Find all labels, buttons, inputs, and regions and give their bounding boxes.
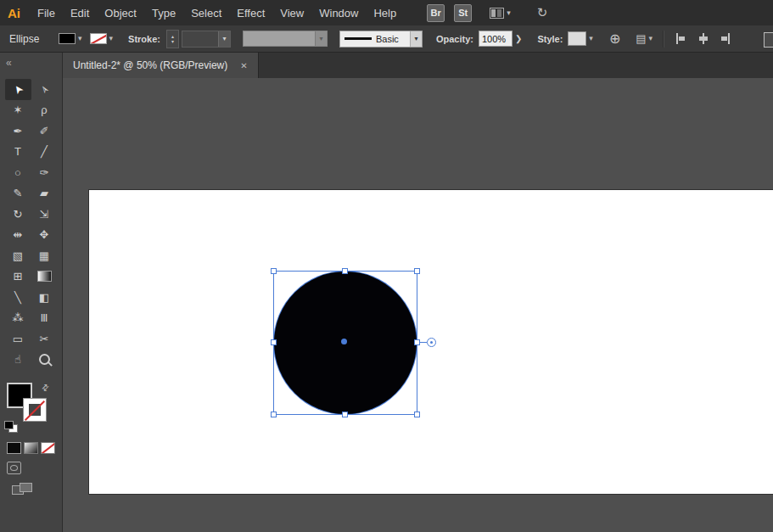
menu-edit[interactable]: Edit: [63, 7, 97, 20]
canvas[interactable]: [63, 78, 773, 532]
document-tab-bar: Untitled-2* @ 50% (RGB/Preview) ✕: [63, 53, 773, 79]
ellipse-tool[interactable]: ○: [5, 162, 31, 183]
document-setup-button[interactable]: ▤ ▾: [636, 32, 653, 45]
column-graph-icon: Ⅲ: [41, 311, 48, 324]
stroke-color-control[interactable]: ▾: [90, 33, 114, 44]
tab-close-icon[interactable]: ✕: [240, 61, 247, 70]
selection-handle-nw[interactable]: [271, 268, 277, 274]
stroke-weight-stepper[interactable]: ▴ ▾: [166, 30, 179, 48]
free-transform-icon: ✥: [40, 228, 49, 241]
opacity-slider-icon[interactable]: ❯: [515, 34, 522, 43]
stroke-none-swatch[interactable]: [23, 398, 47, 422]
screen-mode-button[interactable]: [12, 483, 32, 495]
align-left-button[interactable]: [675, 33, 686, 44]
workspace-switcher-button[interactable]: ▾: [490, 8, 511, 19]
type-tool[interactable]: T: [5, 142, 31, 163]
symbol-sprayer-tool[interactable]: ⁂: [5, 308, 31, 329]
paintbrush-tool[interactable]: ✑: [31, 162, 58, 183]
width-tool[interactable]: ⇹: [5, 225, 31, 246]
menu-help[interactable]: Help: [366, 7, 404, 20]
selection-handle-sw[interactable]: [271, 412, 277, 417]
mesh-tool[interactable]: ⊞: [5, 266, 31, 288]
center-point-handle[interactable]: [341, 339, 347, 344]
selection-handle-se[interactable]: [414, 412, 420, 417]
chevron-down-icon[interactable]: ▾: [78, 35, 82, 42]
rotate-tool[interactable]: ↻: [5, 204, 31, 225]
curvature-icon: ✐: [40, 125, 49, 137]
stroke-style-dropdown[interactable]: Basic ▾: [339, 31, 423, 48]
curvature-tool[interactable]: ✐: [31, 120, 58, 142]
pencil-tool[interactable]: ✎: [5, 183, 31, 204]
lasso-icon: ρ: [41, 104, 47, 116]
scale-tool[interactable]: ⇲: [31, 204, 58, 225]
lasso-tool[interactable]: ρ: [31, 100, 58, 121]
menu-type[interactable]: Type: [144, 7, 183, 20]
stock-button[interactable]: St: [454, 4, 472, 22]
globe-icon[interactable]: ⊕: [609, 31, 620, 47]
menu-bar: Ai File Edit Object Type Select Effect V…: [0, 0, 773, 26]
default-fill-stroke-icon[interactable]: [4, 421, 17, 432]
blend-icon: ◧: [39, 291, 49, 304]
chevron-down-icon[interactable]: ▾: [109, 35, 114, 42]
artboard-tool[interactable]: ▭: [5, 328, 31, 350]
chevron-down-icon[interactable]: ▾: [649, 35, 653, 42]
magic-wand-tool[interactable]: ✶: [5, 100, 31, 121]
menu-effect[interactable]: Effect: [229, 7, 272, 20]
fill-color-control[interactable]: ▾: [59, 33, 82, 44]
magic-wand-icon: ✶: [14, 104, 23, 116]
chevron-down-icon[interactable]: ▾: [218, 31, 230, 47]
width-profile-dropdown: ▾: [243, 31, 328, 47]
menu-view[interactable]: View: [272, 7, 311, 20]
align-buttons: [675, 33, 731, 44]
pencil-icon: ✎: [14, 187, 23, 199]
align-center-button[interactable]: [697, 33, 709, 44]
selection-handle-n[interactable]: [342, 268, 348, 274]
bridge-button[interactable]: Br: [427, 4, 445, 22]
blend-tool[interactable]: ◧: [31, 287, 58, 308]
menu-select[interactable]: Select: [183, 7, 229, 20]
column-graph-tool[interactable]: Ⅲ: [31, 308, 58, 329]
selection-handle-w[interactable]: [271, 339, 277, 345]
color-button[interactable]: [7, 442, 21, 454]
menu-object[interactable]: Object: [97, 7, 144, 20]
line-segment-tool[interactable]: ╱: [31, 142, 58, 163]
none-button[interactable]: [41, 442, 55, 454]
gradient-button[interactable]: [24, 442, 38, 454]
align-right-button[interactable]: [720, 33, 731, 44]
stepper-down-icon[interactable]: ▾: [171, 39, 174, 44]
control-bar: Ellipse ▾ ▾ Stroke: ▴ ▾ ▾ ▾ Basic ▾ Opac…: [0, 25, 773, 53]
tools-grid: ➤ ➢ ✶ ρ ✒ ✐ T ╱ ○ ✑ ✎ ▰ ↻ ⇲ ⇹ ✥ ▧ ▦ ⊞ ╲ …: [0, 79, 62, 370]
sync-icon[interactable]: ↻: [537, 5, 548, 20]
slice-tool[interactable]: ✂: [31, 328, 58, 350]
chevron-down-icon[interactable]: ▾: [589, 35, 593, 42]
gradient-tool[interactable]: [31, 266, 58, 288]
selection-tool[interactable]: ➤: [5, 79, 31, 100]
opacity-input[interactable]: [479, 31, 513, 47]
stroke-color-swatch[interactable]: [90, 33, 107, 44]
free-transform-tool[interactable]: ✥: [31, 225, 58, 246]
direct-selection-tool[interactable]: ➢: [31, 79, 58, 100]
hand-tool[interactable]: ☝: [5, 350, 31, 371]
eraser-icon: ▰: [40, 187, 48, 199]
chevron-down-icon[interactable]: ▾: [410, 31, 422, 47]
perspective-grid-tool[interactable]: ▦: [31, 245, 58, 266]
document-tab[interactable]: Untitled-2* @ 50% (RGB/Preview) ✕: [63, 53, 259, 78]
zoom-tool[interactable]: [31, 350, 58, 371]
eyedropper-tool[interactable]: ╲: [5, 287, 31, 308]
menu-window[interactable]: Window: [311, 7, 366, 20]
menu-file[interactable]: File: [30, 7, 63, 20]
clipped-panel-icon[interactable]: [764, 32, 773, 48]
selection-handle-s[interactable]: [342, 412, 348, 417]
fill-color-swatch[interactable]: [59, 33, 76, 44]
swap-fill-stroke-icon[interactable]: ⇄: [39, 382, 51, 394]
collapse-panel-icon[interactable]: «: [6, 57, 12, 69]
selection-handle-ne[interactable]: [414, 268, 420, 274]
style-swatch[interactable]: [568, 31, 586, 46]
stroke-weight-dropdown[interactable]: ▾: [182, 31, 231, 48]
drawing-mode-button[interactable]: [7, 462, 21, 474]
eraser-tool[interactable]: ▰: [31, 183, 58, 204]
shape-builder-tool[interactable]: ▧: [5, 245, 31, 266]
pen-tool[interactable]: ✒: [5, 120, 31, 142]
rotate-annotation-handle[interactable]: [427, 338, 436, 347]
app-logo: Ai: [0, 6, 30, 20]
